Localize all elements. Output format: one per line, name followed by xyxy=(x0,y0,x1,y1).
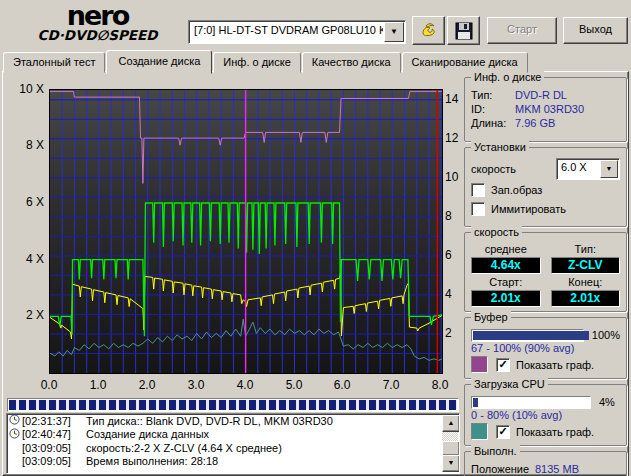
x-axis-tick: 7.0 xyxy=(376,378,406,392)
exit-button[interactable]: Выход xyxy=(563,17,628,44)
end-speed-display: 2.01x xyxy=(551,290,621,307)
scroll-up-icon[interactable]: ▲ xyxy=(442,415,460,432)
disc-type-value: DVD-R DL xyxy=(515,88,567,102)
drive-select[interactable]: [7:0] HL-DT-ST DVDRAM GP08LU10 KE01 ▼ xyxy=(188,20,406,44)
speed-group-title: скорость xyxy=(471,226,522,238)
speed-type-display: Z-CLV xyxy=(551,257,621,274)
clock-icon xyxy=(9,428,22,441)
chevron-down-icon[interactable]: ▼ xyxy=(600,160,618,178)
y-axis-tick-left: 10 X xyxy=(12,82,44,96)
disc-length-label: Длина: xyxy=(471,116,515,130)
cpu-range: 0 - 80% (10% avg) xyxy=(471,409,620,423)
disc-info-group: Инф. о диске Тип:DVD-R DL ID:MKM 03RD30 … xyxy=(464,77,627,142)
y-axis-tick-left: 6 X xyxy=(12,195,44,209)
progress-info-group: Выполн. Положение8135 MB Осталось:28:18 xyxy=(464,451,627,476)
buffer-group: Буфер 100% 67 - 100% (90% avg) ✓ Показат… xyxy=(464,317,627,379)
disc-id-value: MKM 03RD30 xyxy=(515,102,584,116)
drive-select-value: [7:0] HL-DT-ST DVDRAM GP08LU10 KE01 xyxy=(194,24,383,36)
cpu-title: Загрузка CPU xyxy=(471,378,548,390)
settings-title: Установки xyxy=(471,141,529,153)
x-axis-tick: 3.0 xyxy=(181,378,211,392)
nero-logo: nero CD·DVD∅SPEED xyxy=(10,2,185,43)
settings-group: Установки скорость 6.0 X ▼ Зап.образ Имм… xyxy=(464,147,627,227)
chevron-down-icon[interactable]: ▼ xyxy=(384,22,404,42)
disc-type-label: Тип: xyxy=(471,88,515,102)
simulate-checkbox[interactable] xyxy=(471,202,485,216)
scroll-down-icon[interactable]: ▼ xyxy=(442,455,460,472)
y-axis-tick-left: 4 X xyxy=(12,252,44,266)
cpu-show-checkbox[interactable]: ✓ xyxy=(496,425,510,439)
position-value: 8135 MB xyxy=(535,462,579,476)
log-scrollbar[interactable]: ▲ ▼ xyxy=(442,415,458,472)
speed-settings-icon xyxy=(419,21,439,41)
log-entry: [02:31:37] Тип диска:: Blank DVD, DVD-R … xyxy=(7,414,459,428)
log-time: [03:09:05] xyxy=(22,442,77,454)
simulate-option[interactable]: Иммитировать xyxy=(471,200,620,217)
cpu-meter-fill xyxy=(473,398,478,407)
app-header: nero CD·DVD∅SPEED [7:0] HL-DT-ST DVDRAM … xyxy=(0,0,631,48)
avg-speed-display: 4.64x xyxy=(471,257,541,274)
tab-scan-disc[interactable]: Сканирование диска xyxy=(402,52,528,73)
buffer-show-label: Показать граф. xyxy=(516,359,594,371)
end-speed-label: Конец: xyxy=(551,276,621,288)
log-text: Создание диска данных xyxy=(77,428,209,440)
write-progress-fill xyxy=(9,400,457,410)
buffer-color-swatch[interactable] xyxy=(471,356,488,373)
x-axis-tick: 5.0 xyxy=(279,378,309,392)
speed-chart xyxy=(49,89,443,374)
tab-disc-info[interactable]: Инф. о диске xyxy=(213,52,300,73)
cpu-show-label: Показать граф. xyxy=(516,426,594,438)
progress-info-title: Выполн. xyxy=(471,445,520,457)
save-button[interactable] xyxy=(447,16,480,45)
speed-type-label: Тип: xyxy=(551,243,621,255)
disc-length-value: 7.96 GB xyxy=(515,116,555,130)
start-button[interactable]: Старт xyxy=(487,17,557,44)
x-axis-tick: 6.0 xyxy=(327,378,357,392)
cpu-color-swatch[interactable] xyxy=(471,423,488,440)
speed-select-value: 6.0 X xyxy=(561,161,587,173)
buffer-title: Буфер xyxy=(471,311,511,323)
logo-text-nero: nero xyxy=(10,2,185,29)
event-log[interactable]: [02:31:37] Тип диска:: Blank DVD, DVD-R … xyxy=(6,413,460,474)
log-entry: [02:40:47] Создание диска данных xyxy=(7,428,459,442)
tab-disc-quality[interactable]: Качество диска xyxy=(302,52,401,73)
save-icon xyxy=(455,22,473,40)
x-axis-tick: 0.0 xyxy=(34,378,64,392)
tab-content-panel: 10 X8 X6 X4 X2 X14121086420.01.02.03.04.… xyxy=(2,71,629,476)
burn-image-label: Зап.образ xyxy=(491,184,542,196)
clock-icon xyxy=(9,414,22,427)
log-text: скорость:2-2 X Z-CLV (4.64 X среднее) xyxy=(77,442,282,454)
avg-speed-label: среднее xyxy=(471,243,541,255)
start-speed-label: Старт: xyxy=(471,276,541,288)
write-progress-bar xyxy=(7,398,459,412)
buffer-meter xyxy=(471,329,584,342)
burn-image-option[interactable]: Зап.образ xyxy=(471,181,620,198)
scrollbar-thumb[interactable] xyxy=(442,441,460,456)
cpu-percent: 4% xyxy=(599,396,615,408)
x-axis-tick: 4.0 xyxy=(230,378,260,392)
log-entry: [03:09:05] Время выполнения: 28:18 xyxy=(7,455,459,469)
log-entry: [03:09:05] скорость:2-2 X Z-CLV (4.64 X … xyxy=(7,441,459,455)
burn-image-checkbox[interactable] xyxy=(471,183,485,197)
tab-benchmark[interactable]: Эталонный тест xyxy=(3,52,105,73)
speed-select-label: скорость xyxy=(471,163,516,175)
log-time: [02:40:47] xyxy=(22,428,77,440)
buffer-meter-fill xyxy=(473,331,589,340)
speed-select[interactable]: 6.0 X ▼ xyxy=(556,158,620,180)
simulate-label: Иммитировать xyxy=(491,203,566,215)
disc-id-label: ID: xyxy=(471,102,515,116)
buffer-show-checkbox[interactable]: ✓ xyxy=(496,358,510,372)
cpu-meter xyxy=(471,396,591,409)
y-axis-tick-left: 8 X xyxy=(12,138,44,152)
start-speed-display: 2.01x xyxy=(471,290,541,307)
x-axis-tick: 1.0 xyxy=(83,378,113,392)
cpu-group: Загрузка CPU 4% 0 - 80% (10% avg) ✓ Пока… xyxy=(464,384,627,446)
speed-group: скорость среднее Тип: 4.64x Z-CLV Старт:… xyxy=(464,232,627,312)
log-text: Тип диска:: Blank DVD, DVD-R DL, MKM 03R… xyxy=(77,415,333,427)
y-axis-tick-left: 2 X xyxy=(12,308,44,322)
x-axis-tick: 2.0 xyxy=(132,378,162,392)
position-label: Положение xyxy=(471,462,535,476)
tab-create-disc[interactable]: Создание диска xyxy=(106,50,212,74)
logo-text-cdspeed: CD·DVD∅SPEED xyxy=(10,29,185,43)
speed-settings-button[interactable] xyxy=(412,16,445,45)
